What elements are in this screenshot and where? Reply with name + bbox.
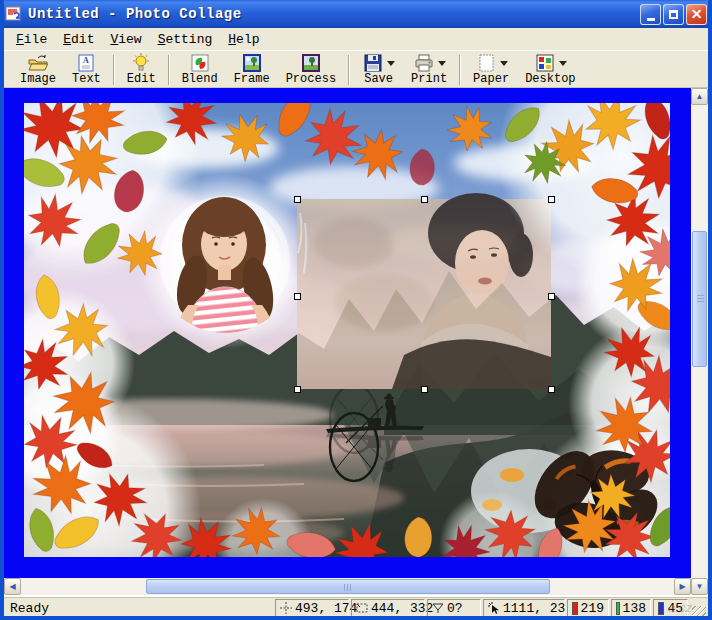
cursor-xy-icon [488,602,500,614]
menu-help[interactable]: Help [220,30,267,49]
dropdown-arrow-icon [559,61,567,66]
toolbar-button-desktop[interactable]: Desktop [517,52,583,88]
photo-selected[interactable] [297,193,551,389]
dropdown-arrow-icon [387,61,395,66]
toolbar-button-process[interactable]: Process [278,52,344,88]
menu-edit[interactable]: Edit [55,30,102,49]
scroll-right-button[interactable]: ▶ [674,578,691,595]
selection-handle-nw[interactable] [294,196,301,203]
status-position-panel: 493, 174 [275,599,349,618]
selection-handle-s[interactable] [421,386,428,393]
selection-handle-se[interactable] [548,386,555,393]
menu-view[interactable]: View [102,30,149,49]
window-title: Untitled - Photo Collage [28,6,640,22]
collage-artwork [24,103,670,557]
workspace[interactable]: ▲ ▼ ◀ ▶ [4,88,708,595]
dropdown-arrow-icon [438,61,446,66]
scroll-up-button[interactable]: ▲ [691,88,708,105]
horizontal-scrollbar[interactable]: ◀ ▶ [4,578,691,595]
photo-collage-window: Untitled - Photo Collage ✕ File Edit Vie… [0,0,712,620]
selection-handle-sw[interactable] [294,386,301,393]
selection-handle-e[interactable] [548,293,555,300]
status-angle-panel: 0? [427,599,481,618]
toolbar-button-paper[interactable]: Paper [465,52,517,88]
position-crosshair-icon [280,602,292,614]
paper-icon [475,53,497,73]
green-swatch [616,602,620,615]
status-cursor-panel: 1111, 23 [483,599,565,618]
save-icon [362,53,384,73]
status-blue-panel: 45 [653,599,688,618]
close-button[interactable]: ✕ [686,4,707,25]
toolbar-button-blend[interactable]: Blend [174,52,226,88]
minimize-button[interactable] [640,4,661,25]
maximize-icon [669,10,678,19]
collage-canvas[interactable] [24,103,670,557]
selection-handle-w[interactable] [294,293,301,300]
edit-bulb-icon [130,53,152,73]
resize-grip[interactable] [692,606,706,620]
toolbar-button-text[interactable]: A Text [64,52,109,88]
scroll-left-button[interactable]: ◀ [4,578,21,595]
selection-handle-ne[interactable] [548,196,555,203]
process-icon [300,53,322,73]
toolbar-separator [459,55,461,85]
vertical-scrollbar[interactable]: ▲ ▼ [691,88,708,595]
angle-funnel-icon [432,602,444,614]
statusbar: Ready 493, 174 444, 332 0? 1111, 23 [4,595,708,620]
blue-swatch [658,602,664,615]
toolbar-separator [348,55,350,85]
size-rect-icon [356,602,368,614]
open-image-icon [27,53,49,73]
toolbar: Image A Text Edit [4,50,708,88]
app-icon [5,5,23,23]
vertical-scroll-thumb[interactable] [692,231,707,367]
horizontal-scroll-thumb[interactable] [146,579,550,594]
toolbar-button-save[interactable]: Save [354,52,403,88]
status-size-panel: 444, 332 [351,599,425,618]
titlebar[interactable]: Untitled - Photo Collage ✕ [0,0,712,28]
toolbar-button-image[interactable]: Image [12,52,64,88]
toolbar-separator [113,55,115,85]
red-swatch [572,602,578,615]
frame-icon [241,53,263,73]
close-icon: ✕ [691,7,703,21]
status-ready: Ready [6,599,275,618]
text-icon: A [75,53,97,73]
blend-icon [189,53,211,73]
selection-handle-n[interactable] [421,196,428,203]
menubar: File Edit View Setting Help [4,28,708,50]
print-icon [413,53,435,73]
status-green-panel: 138 [611,599,651,618]
menu-file[interactable]: File [8,30,55,49]
dropdown-arrow-icon [500,61,508,66]
toolbar-button-print[interactable]: Print [403,52,455,88]
toolbar-separator [168,55,170,85]
maximize-button[interactable] [663,4,684,25]
toolbar-button-edit[interactable]: Edit [119,52,164,88]
scroll-down-button[interactable]: ▼ [691,578,708,595]
toolbar-button-frame[interactable]: Frame [226,52,278,88]
menu-setting[interactable]: Setting [150,30,221,49]
svg-text:A: A [84,56,90,65]
minimize-icon [647,18,655,21]
status-red-panel: 219 [567,599,609,618]
desktop-icon [534,53,556,73]
